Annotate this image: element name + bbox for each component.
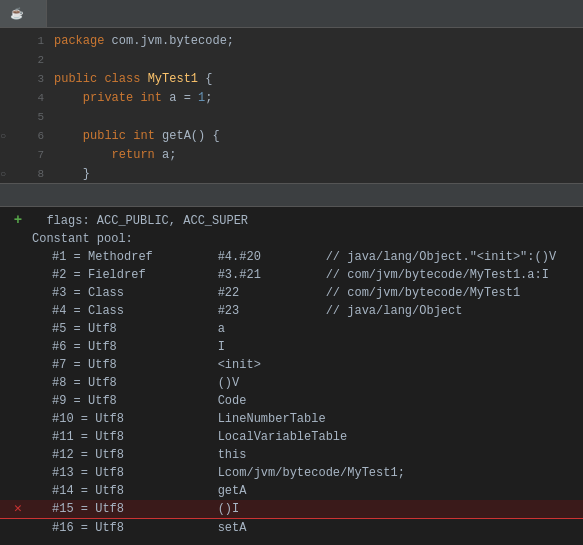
terminal-line: Constant pool: xyxy=(0,230,583,248)
terminal-content: #14 = Utf8 getA xyxy=(32,482,246,500)
line-number: 2 xyxy=(14,51,54,70)
terminal-content: #1 = Methodref #4.#20 // java/lang/Objec… xyxy=(32,248,556,266)
terminal-line: + flags: ACC_PUBLIC, ACC_SUPER xyxy=(0,211,583,230)
terminal-content: Constant pool: xyxy=(32,230,133,248)
terminal-content: #9 = Utf8 Code xyxy=(32,392,246,410)
terminal-line: #6 = Utf8 I xyxy=(0,338,583,356)
gutter-icon: ○ xyxy=(0,127,14,146)
terminal-line: #13 = Utf8 Lcom/jvm/bytecode/MyTest1; xyxy=(0,464,583,482)
terminal-line: #11 = Utf8 LocalVariableTable xyxy=(0,428,583,446)
terminal-line: #2 = Fieldref #3.#21 // com/jvm/bytecode… xyxy=(0,266,583,284)
terminal-line: #1 = Methodref #4.#20 // java/lang/Objec… xyxy=(0,248,583,266)
code-content: package com.jvm.bytecode; xyxy=(54,32,234,51)
terminal-line: #4 = Class #23 // java/lang/Object xyxy=(0,302,583,320)
add-icon: + xyxy=(4,211,32,229)
terminal-line: #12 = Utf8 this xyxy=(0,446,583,464)
terminal-content: #10 = Utf8 LineNumberTable xyxy=(32,410,326,428)
line-number: 5 xyxy=(14,108,54,127)
code-line: 7 return a; xyxy=(0,146,583,165)
code-line: ○8 } xyxy=(0,165,583,183)
terminal-panel: + flags: ACC_PUBLIC, ACC_SUPERConstant p… xyxy=(0,207,583,545)
terminal-content: #8 = Utf8 ()V xyxy=(32,374,239,392)
code-content: private int a = 1; xyxy=(54,89,212,108)
terminal-content: #15 = Utf8 ()I xyxy=(32,500,239,518)
code-content xyxy=(54,108,61,127)
line-number: 3 xyxy=(14,70,54,89)
code-content xyxy=(54,51,61,70)
terminal-content: #11 = Utf8 LocalVariableTable xyxy=(32,428,347,446)
code-line: 5 xyxy=(0,108,583,127)
terminal-line: #16 = Utf8 setA xyxy=(0,519,583,537)
terminal-line: #7 = Utf8 <init> xyxy=(0,356,583,374)
terminal-line: #9 = Utf8 Code xyxy=(0,392,583,410)
terminal-line: #3 = Class #22 // com/jvm/bytecode/MyTes… xyxy=(0,284,583,302)
x-icon: ✕ xyxy=(4,500,32,518)
line-number: 8 xyxy=(14,165,54,183)
terminal-line: #8 = Utf8 ()V xyxy=(0,374,583,392)
code-line: 4 private int a = 1; xyxy=(0,89,583,108)
line-number: 4 xyxy=(14,89,54,108)
terminal-content: #13 = Utf8 Lcom/jvm/bytecode/MyTest1; xyxy=(32,464,405,482)
code-content: return a; xyxy=(54,146,176,165)
terminal-content: #4 = Class #23 // java/lang/Object xyxy=(32,302,462,320)
code-content: } xyxy=(54,165,90,183)
code-content: public int getA() { xyxy=(54,127,220,146)
terminal-divider xyxy=(0,183,583,207)
terminal-line: #5 = Utf8 a xyxy=(0,320,583,338)
terminal-content: #2 = Fieldref #3.#21 // com/jvm/bytecode… xyxy=(32,266,549,284)
terminal-line: #10 = Utf8 LineNumberTable xyxy=(0,410,583,428)
code-content: public class MyTest1 { xyxy=(54,70,212,89)
terminal-content: #5 = Utf8 a xyxy=(32,320,225,338)
line-number: 1 xyxy=(14,32,54,51)
java-file-icon: ☕ xyxy=(10,7,24,20)
terminal-line: ✕#15 = Utf8 ()I xyxy=(0,500,583,519)
code-line: ○6 public int getA() { xyxy=(0,127,583,146)
line-number: 6 xyxy=(14,127,54,146)
code-line: 3public class MyTest1 { xyxy=(0,70,583,89)
terminal-content: #6 = Utf8 I xyxy=(32,338,225,356)
terminal-content: flags: ACC_PUBLIC, ACC_SUPER xyxy=(32,212,248,230)
terminal-content: #16 = Utf8 setA xyxy=(32,519,246,537)
line-number: 7 xyxy=(14,146,54,165)
code-editor: 1package com.jvm.bytecode;2 3public clas… xyxy=(0,28,583,183)
terminal-content: #12 = Utf8 this xyxy=(32,446,246,464)
code-line: 2 xyxy=(0,51,583,70)
code-line: 1package com.jvm.bytecode; xyxy=(0,32,583,51)
terminal-content: #7 = Utf8 <init> xyxy=(32,356,261,374)
terminal-line: #14 = Utf8 getA xyxy=(0,482,583,500)
tab-mytest1[interactable]: ☕ xyxy=(0,0,47,27)
tab-bar: ☕ xyxy=(0,0,583,28)
gutter-icon: ○ xyxy=(0,165,14,183)
terminal-content: #3 = Class #22 // com/jvm/bytecode/MyTes… xyxy=(32,284,520,302)
